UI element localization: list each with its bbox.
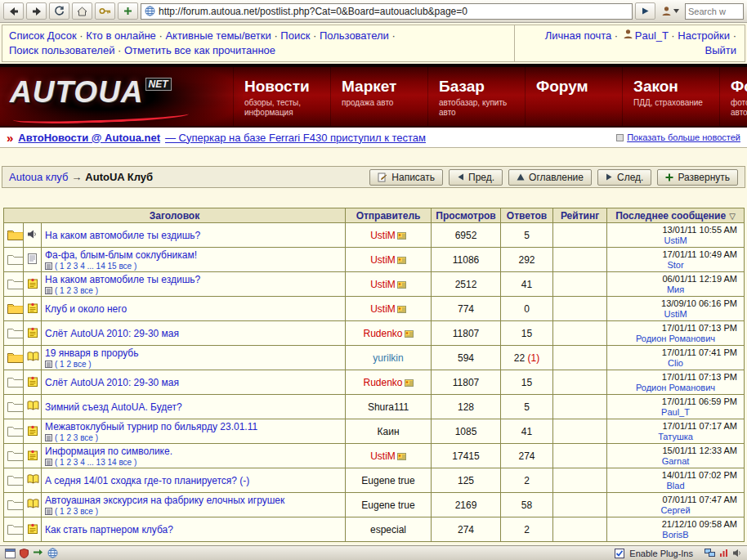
nav-item[interactable]: Фотофотоальбомы, автоэкзотика [719,67,747,126]
pages-links[interactable]: ( 1 2 3 все ) [55,433,98,442]
top-link[interactable]: Настройки [678,29,730,42]
show-more-news-link[interactable]: Показать больше новостей [627,132,740,142]
user-menu-button[interactable] [658,2,682,20]
sender-link[interactable]: Каин [378,426,400,437]
top-link[interactable]: Поиск [280,29,310,42]
header-views[interactable]: Просмотров [432,208,501,223]
last-user-link[interactable]: Clio [668,358,683,368]
topic-title-link[interactable]: Зимний съезд AutoUA. Будет? [45,401,182,413]
topic-title-link[interactable]: Информация по символике. [45,446,172,457]
pages-links[interactable]: ( 1 2 3 все ) [55,286,98,295]
top-link[interactable]: Поиск пользователей [9,44,114,56]
reload-button[interactable] [49,2,69,20]
news-headline-link[interactable]: — Суперкар на базе Ferrari F430 приступи… [165,132,426,144]
sender-link[interactable]: UstiM [370,303,396,315]
pages-links[interactable]: ( 1 2 3 все ) [55,507,98,516]
header-last-message[interactable]: Последнее сообщение▽ [607,208,745,223]
news-source-link[interactable]: АвтоНовости @ Autoua.net [18,132,160,144]
sender-link[interactable]: UstiM [370,254,396,266]
last-user-link[interactable]: UstiM [664,235,687,245]
last-user-link[interactable]: BorisB [662,530,688,540]
sender-link[interactable]: yurilkin [373,352,403,364]
nav-item[interactable]: Форум [525,67,622,126]
header-rating[interactable]: Рейтинг [553,208,607,223]
nav-item[interactable]: ЗаконПДД, страхование [622,67,719,126]
sender-link[interactable]: Shura111 [368,401,409,413]
sender-link[interactable]: especial [370,524,406,535]
next-button[interactable]: След. [597,169,651,186]
toc-button[interactable]: Оглавление [508,169,592,186]
sender-link[interactable]: Rudenko [363,377,402,388]
sender-link[interactable]: UstiM [370,450,396,462]
pages-links[interactable]: ( 1 2 все ) [55,360,92,369]
expand-button[interactable]: Развернуть [657,169,738,186]
key-button[interactable] [95,2,115,20]
topic-title-link[interactable]: Межавтоклубный турнир по бильярду 23.01.… [45,421,257,432]
sender-link[interactable]: UstiM [370,279,396,290]
nav-item[interactable]: Базаравтобазар, купить авто [427,67,525,126]
nav-item[interactable]: Новостиобзоры, тесты, информация [233,67,330,126]
header-title[interactable]: Заголовок [4,208,346,223]
views-cell: 2512 [432,272,501,297]
site-logo[interactable]: AUTOUANET [10,75,226,124]
shield-icon[interactable] [20,548,29,558]
last-user-link[interactable]: UstiM [664,309,687,319]
last-user-link[interactable]: Мия [667,284,684,294]
last-user-link[interactable]: Родион Романович [636,383,715,392]
topic-title-link[interactable]: Слёт AutoUA 2010: 29-30 мая [45,328,179,339]
last-user-link[interactable]: Garnat [662,456,690,466]
top-link[interactable]: Кто в онлайне [86,29,156,42]
topic-title-link[interactable]: 19 января в прорубь [45,347,138,359]
prev-button[interactable]: Пред. [449,169,503,186]
topic-title-link[interactable]: Клуб и около него [45,303,127,315]
topic-title-link[interactable]: Автоуашная экскурсия на фабрику елочных … [45,495,284,506]
top-link[interactable]: Пользователи [320,29,389,42]
last-user-link[interactable]: Stor [667,260,683,270]
window-icon[interactable] [5,548,16,558]
chart-icon[interactable] [719,549,728,558]
write-button[interactable]: Написать [369,169,443,186]
url-input[interactable] [159,6,628,17]
last-user-link[interactable]: Blad [667,481,685,491]
topic-title-link[interactable]: Фа-фа, блым-блым соклубникам! [45,249,197,261]
back-button[interactable] [3,2,24,20]
pages-links[interactable]: ( 1 2 3 4 ... 13 14 все ) [55,458,136,467]
topic-title-link[interactable]: Как стать партнером клуба? [45,524,173,535]
last-user-link[interactable]: Сергей [660,505,690,515]
breadcrumb-parent-link[interactable]: Autoua клуб [9,171,68,183]
top-link[interactable]: Активные темы/ветки [165,29,271,42]
forward-button[interactable] [26,2,47,20]
sender-link[interactable]: UstiM [370,230,396,241]
last-user-link[interactable]: Paul_T [661,407,690,417]
volume-icon[interactable] [732,549,742,558]
network-icon[interactable] [705,549,715,558]
top-link[interactable]: Отметить все как прочитанное [124,44,275,56]
globe-icon[interactable] [47,548,58,558]
top-link[interactable]: Личная почта [545,29,611,42]
top-link[interactable]: Список Досок [9,29,77,42]
topic-title-link[interactable]: А седня 14/01 сходка где-то планируется?… [45,475,249,486]
nav-item[interactable]: Маркетпродажа авто [330,67,427,126]
last-user-link[interactable]: Татушка [658,432,693,441]
arrows-icon[interactable] [33,548,43,558]
add-button[interactable] [118,2,138,20]
search-box[interactable] [685,3,744,20]
sender-link[interactable]: Eugene true [361,500,414,511]
sender-link[interactable]: Rudenko [363,328,402,339]
header-replies[interactable]: Ответов [501,208,553,223]
button-label: Написать [391,172,435,183]
enable-plugins-checkbox[interactable] [615,549,624,558]
topic-title-link[interactable]: На каком автомобиле ты ездишь? [45,274,200,285]
top-link[interactable]: Paul_T [635,29,669,42]
pages-links[interactable]: ( 1 2 3 4 ... 14 15 все ) [55,262,136,271]
topic-title-link[interactable]: Слёт AutoUA 2010: 29-30 мая [45,377,179,388]
topic-title-link[interactable]: На каком автомобиле ты ездишь? [45,230,200,241]
address-bar[interactable] [141,3,633,20]
header-sender[interactable]: Отправитель [346,208,432,223]
go-button[interactable] [635,2,655,20]
home-button[interactable] [72,2,92,20]
search-input[interactable] [688,7,740,16]
sender-link[interactable]: Eugene true [361,475,414,486]
top-link[interactable]: Выйти [705,44,737,56]
last-user-link[interactable]: Родион Романович [636,334,715,343]
